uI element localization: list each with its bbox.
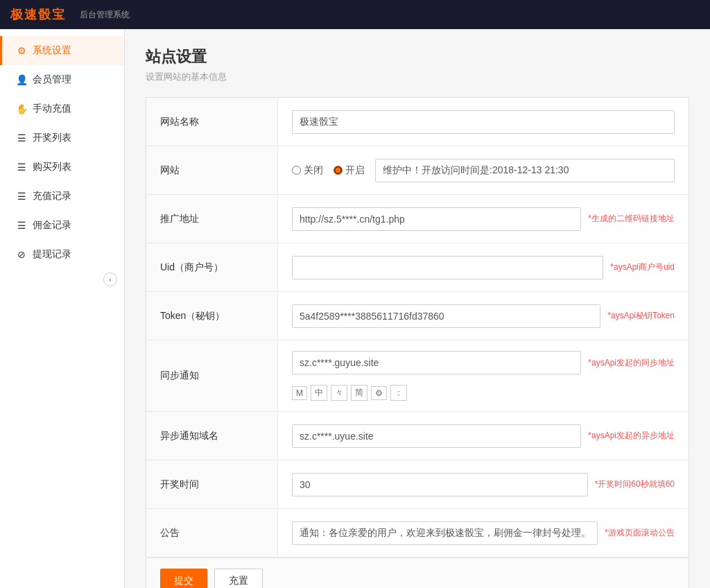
toolbar-btn-gear[interactable]: ⚙: [371, 386, 387, 400]
label-uid: Uid（商户号）: [146, 243, 278, 291]
reset-button[interactable]: 充置: [214, 569, 263, 588]
header-subtitle: 后台管理系统: [80, 9, 130, 21]
form-row-promo-url: 推广地址 *生成的二维码链接地址: [146, 195, 689, 243]
editor-toolbar: M 中 々 简 ⚙ ：: [292, 385, 407, 401]
toolbar-btn-iter[interactable]: 々: [331, 385, 347, 401]
content-site-status: 关闭 开启: [278, 148, 689, 193]
form-row-lottery-time: 开奖时间 *开奖时间60秒就填60: [146, 460, 689, 509]
sidebar-item-member-management[interactable]: 👤 会员管理: [0, 65, 124, 94]
list-icon: ☰: [16, 220, 27, 231]
form-row-async-notify: 异步通知域名 *aysApi发起的异步地址: [146, 412, 689, 460]
toolbar-btn-m[interactable]: M: [292, 386, 307, 400]
sidebar-item-label: 手动充值: [33, 103, 71, 115]
sidebar-item-recharge-records[interactable]: ☰ 充值记录: [0, 182, 124, 211]
sidebar-item-commission-records[interactable]: ☰ 佣金记录: [0, 211, 124, 240]
form-row-site-name: 网站名称: [146, 98, 689, 146]
list-icon: ☰: [16, 191, 27, 202]
form-actions: 提交 充置: [146, 557, 689, 588]
input-sync-notify[interactable]: [292, 351, 581, 374]
hint-sync-notify: *aysApi发起的同步地址: [588, 357, 675, 369]
sidebar-item-system-settings[interactable]: ⚙ 系统设置: [0, 36, 124, 65]
form-row-sync-notify: 同步通知 *aysApi发起的同步地址 M 中 々 简 ⚙ ：: [146, 340, 689, 412]
submit-button[interactable]: 提交: [160, 569, 207, 588]
input-token[interactable]: [292, 304, 600, 328]
sidebar-item-label: 会员管理: [33, 74, 71, 86]
radio-label-off[interactable]: 关闭: [292, 164, 323, 177]
toolbar-btn-simple[interactable]: 简: [351, 385, 367, 401]
hint-token: *aysApi秘钥Token: [607, 310, 675, 322]
main-content: 站点设置 设置网站的基本信息 网站名称 网站 关闭: [125, 29, 710, 588]
toolbar-btn-zh[interactable]: 中: [311, 385, 327, 401]
collapse-button[interactable]: ‹: [103, 273, 117, 286]
content-uid: *aysApi商户号uid: [278, 245, 689, 290]
input-announcement[interactable]: [292, 521, 598, 545]
sidebar-item-label: 提现记录: [33, 248, 71, 261]
label-site-status: 网站: [146, 146, 278, 194]
radio-group-status: 关闭 开启: [292, 159, 675, 182]
input-promo-url[interactable]: [292, 207, 581, 231]
radio-off[interactable]: [292, 166, 301, 175]
page-subtitle: 设置网站的基本信息: [146, 71, 689, 83]
hint-uid: *aysApi商户号uid: [610, 261, 675, 273]
input-lottery-time[interactable]: [292, 473, 588, 496]
hint-announcement: *游戏页面滚动公告: [605, 527, 675, 539]
form-row-site-status: 网站 关闭 开启: [146, 146, 689, 195]
hand-icon: ✋: [16, 103, 27, 114]
hint-promo-url: *生成的二维码链接地址: [588, 213, 675, 225]
content-async-notify: *aysApi发起的异步地址: [278, 414, 689, 458]
radio-on-text: 开启: [345, 164, 365, 177]
header: 极速骰宝 后台管理系统: [0, 0, 710, 29]
hint-lottery-time: *开奖时间60秒就填60: [595, 478, 675, 490]
label-announcement: 公告: [146, 509, 278, 557]
input-site-status-text[interactable]: [375, 159, 675, 182]
radio-on[interactable]: [334, 166, 343, 175]
label-lottery-time: 开奖时间: [146, 460, 278, 508]
content-token: *aysApi秘钥Token: [278, 294, 689, 338]
label-sync-notify: 同步通知: [146, 340, 278, 411]
radio-off-text: 关闭: [304, 164, 323, 177]
sidebar-item-label: 系统设置: [33, 44, 71, 57]
sidebar-item-manual-recharge[interactable]: ✋ 手动充值: [0, 94, 124, 123]
sidebar-item-label: 购买列表: [33, 161, 71, 173]
content-promo-url: *生成的二维码链接地址: [278, 197, 689, 241]
input-site-name[interactable]: [292, 110, 675, 134]
content-lottery-time: *开奖时间60秒就填60: [278, 462, 689, 507]
form-row-token: Token（秘钥） *aysApi秘钥Token: [146, 292, 689, 340]
form-row-uid: Uid（商户号） *aysApi商户号uid: [146, 243, 689, 292]
page-title: 站点设置: [146, 46, 689, 67]
sidebar-item-lottery-list[interactable]: ☰ 开奖列表: [0, 123, 124, 153]
content-announcement: *游戏页面滚动公告: [278, 511, 689, 555]
sidebar-item-purchase-list[interactable]: ☰ 购买列表: [0, 153, 124, 182]
label-async-notify: 异步通知域名: [146, 412, 278, 460]
sidebar-item-label: 充值记录: [33, 190, 71, 202]
input-async-notify[interactable]: [292, 424, 581, 448]
radio-label-on[interactable]: 开启: [334, 164, 365, 177]
user-icon: 👤: [16, 74, 27, 85]
content-sync-notify: *aysApi发起的同步地址 M 中 々 简 ⚙ ：: [278, 340, 689, 411]
ban-icon: ⊘: [16, 249, 27, 260]
label-promo-url: 推广地址: [146, 195, 278, 243]
gear-icon: ⚙: [16, 45, 27, 56]
sidebar-item-label: 佣金记录: [33, 219, 71, 232]
toolbar-btn-colon[interactable]: ：: [390, 385, 407, 401]
sidebar-item-label: 开奖列表: [33, 132, 71, 144]
settings-form: 网站名称 网站 关闭 开启: [146, 97, 689, 588]
layout: ⚙ 系统设置 👤 会员管理 ✋ 手动充值 ☰ 开奖列表 ☰ 购买列表 ☰ 充值记…: [0, 29, 710, 588]
sidebar-item-withdrawal-records[interactable]: ⊘ 提现记录: [0, 240, 124, 269]
form-row-announcement: 公告 *游戏页面滚动公告: [146, 509, 689, 557]
list-icon: ☰: [16, 132, 27, 144]
label-token: Token（秘钥）: [146, 292, 278, 340]
label-site-name: 网站名称: [146, 98, 278, 146]
list-icon: ☰: [16, 162, 27, 173]
sidebar-collapse: ‹: [0, 269, 124, 290]
hint-async-notify: *aysApi发起的异步地址: [588, 430, 675, 442]
sidebar: ⚙ 系统设置 👤 会员管理 ✋ 手动充值 ☰ 开奖列表 ☰ 购买列表 ☰ 充值记…: [0, 29, 125, 588]
header-logo: 极速骰宝: [10, 6, 66, 23]
input-uid[interactable]: [292, 256, 603, 279]
content-site-name: [278, 100, 689, 144]
